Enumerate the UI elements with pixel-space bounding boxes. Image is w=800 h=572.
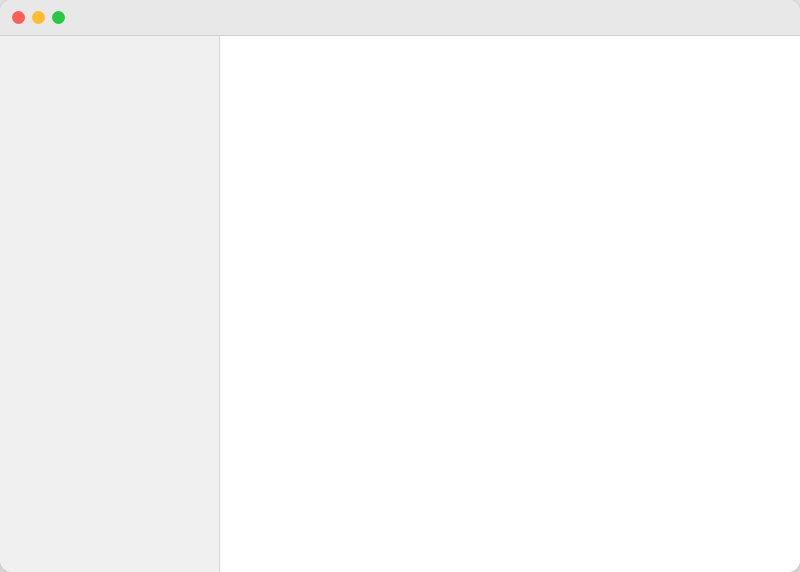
sidebar [0,36,220,572]
main-layout [0,36,800,572]
titlebar [0,0,800,36]
content-area [220,36,800,572]
close-button[interactable] [12,11,25,24]
window-controls [12,11,65,24]
minimize-button[interactable] [32,11,45,24]
maximize-button[interactable] [52,11,65,24]
